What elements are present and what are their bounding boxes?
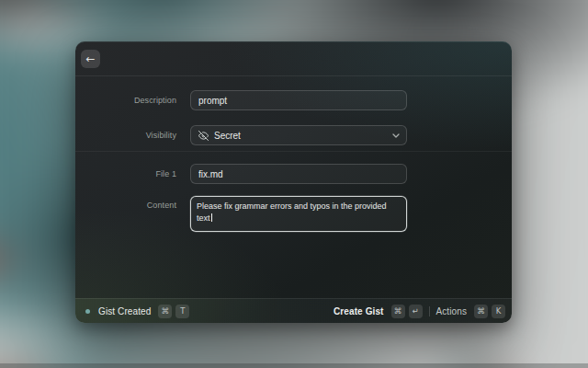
file1-input[interactable] <box>190 164 407 184</box>
content-label: Content <box>75 201 176 210</box>
visibility-label: Visibility <box>75 131 176 140</box>
chevron-down-icon <box>392 133 400 138</box>
create-gist-window: ← Description Visibility Secret File 1 C… <box>75 41 512 323</box>
cmd-key-icon: ⌘ <box>474 305 488 318</box>
footer-separator <box>429 306 430 316</box>
back-button[interactable]: ← <box>81 50 100 68</box>
create-gist-action[interactable]: Create Gist ⌘ ↵ <box>334 305 422 318</box>
k-key: K <box>492 305 505 318</box>
status-label: Gist Created <box>98 306 151 316</box>
header-divider <box>75 75 512 76</box>
description-input[interactable] <box>190 90 407 110</box>
section-divider <box>75 151 512 152</box>
content-textarea[interactable]: Please fix grammar errors and typos in t… <box>190 196 407 232</box>
status-action-gist-created[interactable]: Gist Created ⌘ T <box>82 305 189 318</box>
back-arrow-icon: ← <box>85 53 95 64</box>
description-label: Description <box>75 96 176 105</box>
visibility-value: Secret <box>214 131 241 141</box>
t-key: T <box>175 305 189 318</box>
actions-label: Actions <box>436 306 468 316</box>
return-key-icon: ↵ <box>409 305 423 318</box>
text-caret <box>211 213 212 222</box>
cmd-key-icon: ⌘ <box>158 305 172 318</box>
file1-label: File 1 <box>75 169 176 178</box>
cmd-key-icon: ⌘ <box>391 305 405 318</box>
visibility-dropdown[interactable]: Secret <box>190 125 407 145</box>
actions-menu-button[interactable]: Actions ⌘ K <box>436 305 506 318</box>
footer-bar: Gist Created ⌘ T Create Gist ⌘ ↵ Actions… <box>75 298 512 323</box>
content-text: Please fix grammar errors and typos in t… <box>197 201 387 223</box>
wallpaper-bottom-band <box>0 363 588 368</box>
status-dot <box>85 309 90 314</box>
create-gist-label: Create Gist <box>334 306 383 316</box>
eye-off-icon <box>198 131 209 141</box>
